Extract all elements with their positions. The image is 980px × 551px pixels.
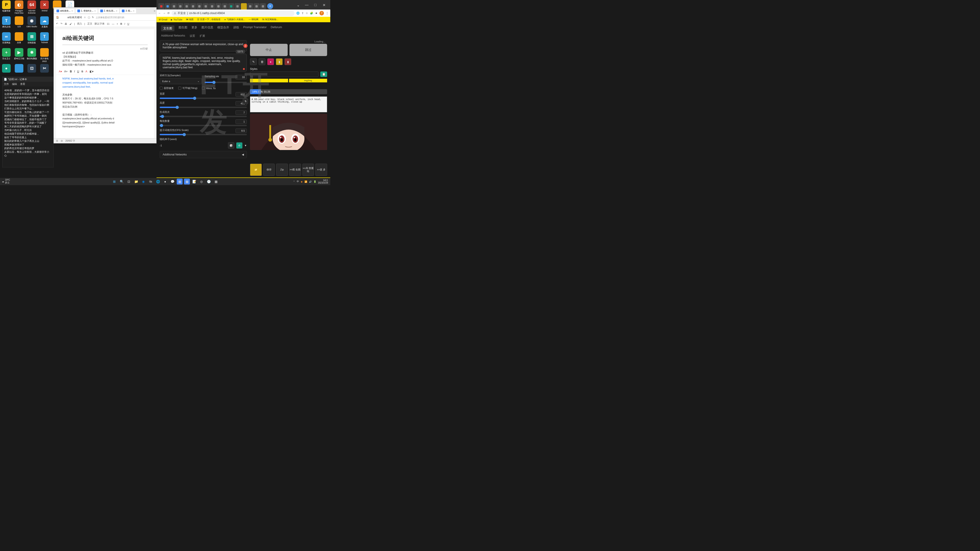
width-value[interactable]: 832 — [235, 92, 247, 97]
profile-icon[interactable]: 7 — [320, 11, 324, 16]
url-input[interactable]: ⚠ 不安全 | cn-hk-nf-1.natfrp.cloud:45604 — [172, 10, 294, 16]
sd-tab[interactable]: 训练 — [233, 25, 239, 31]
tiling-check[interactable]: 可平铺(Tiling) — [178, 86, 197, 90]
recycle-button[interactable]: ♻ — [236, 142, 242, 149]
prompt-textarea[interactable]: A 70-year-old Chinese woman with tense e… — [160, 40, 247, 51]
search-icon[interactable]: 🔍 — [119, 178, 124, 185]
seed-value[interactable]: -1 — [160, 144, 226, 147]
desktop-icon[interactable]: TToDesk — [38, 32, 51, 48]
star-icon[interactable]: ☆ — [84, 16, 86, 19]
notepad-menu-item[interactable]: 文件 — [4, 82, 9, 86]
doc-title-input[interactable]: ai绘画关键词 — [67, 16, 82, 19]
cfg-slider[interactable] — [160, 134, 247, 135]
sd-tab[interactable]: 模型合并 — [217, 25, 229, 31]
styles-dropdown[interactable] — [250, 72, 318, 77]
notepad-titlebar[interactable]: 📄 *说明.txt - 记事本 — [3, 77, 53, 82]
notepad-body[interactable]: 40年前，奶奶的一个梦，至今都历历在目 这是我奶奶经常和我说的一件事，直到 这个… — [3, 86, 53, 160]
browser-tab[interactable] — [215, 3, 221, 10]
sd-subtab[interactable]: 设置 — [190, 34, 195, 38]
bookmark-item[interactable]: MGmail — [159, 18, 167, 21]
bold2-icon[interactable]: B — [70, 69, 72, 74]
cfg-value[interactable]: 8.5 — [235, 129, 247, 133]
browser-tab[interactable] — [228, 3, 234, 10]
sd-tab[interactable]: 图片信息 — [202, 25, 213, 31]
browser-tab[interactable] — [247, 3, 253, 10]
tray-chevron-icon[interactable]: ⌃ — [293, 180, 295, 183]
italic-icon[interactable]: I — [124, 22, 125, 25]
width-slider[interactable] — [160, 97, 247, 99]
apply-style-button[interactable]: 📋 — [320, 72, 327, 77]
browser-tab[interactable] — [241, 3, 247, 10]
start-icon[interactable]: ⊞ — [111, 178, 117, 185]
desktop-icon[interactable]: 64AIDA64 Extreme — [25, 0, 38, 16]
output-button[interactable]: 📁 — [250, 164, 262, 176]
sd-subtab[interactable]: Additional Networks — [161, 34, 185, 38]
bookmark-item[interactable]: 🗺地图 — [186, 18, 194, 21]
app4-icon[interactable]: ◎ — [199, 178, 204, 185]
folder-move-icon[interactable]: ▢ — [88, 16, 90, 19]
browser-tab[interactable] — [158, 3, 164, 10]
sd-subtab[interactable]: 扩展 — [200, 34, 205, 38]
fontcolor-icon[interactable]: A▾ — [59, 69, 62, 74]
desktop-icon[interactable]: ⊞控制面板 — [25, 32, 38, 48]
hires-check[interactable]: Hires. fix — [202, 86, 216, 90]
desktop-icon[interactable]: ☁灵晨画 — [38, 16, 51, 32]
fontsize-input[interactable]: 11 — [107, 22, 110, 25]
steps-value[interactable]: 33 — [235, 75, 247, 80]
wechat-icon[interactable]: 💬 — [169, 178, 175, 185]
underline2-icon[interactable]: U — [77, 69, 79, 74]
sd-tab[interactable]: 更多 — [191, 25, 197, 31]
clock-icon[interactable]: 🕐 — [206, 178, 212, 185]
bold-icon[interactable]: B — [120, 22, 122, 25]
swap-dims-button[interactable]: ⇅ — [243, 99, 248, 104]
output-button[interactable]: >>更 多 — [315, 164, 327, 176]
fontsize-inc-icon[interactable]: A+ — [64, 69, 68, 74]
preview-image[interactable] — [250, 114, 327, 150]
bookmark-item[interactable]: ▶YouTube — [171, 18, 182, 21]
skip-button[interactable]: 跳过 — [290, 44, 327, 56]
desktop-icon[interactable]: +安全卫士 — [0, 48, 13, 64]
output-button[interactable]: 保存 — [263, 164, 275, 176]
doc-tab[interactable]: 1. 劳第4文...× — [76, 9, 97, 13]
bookmark-item[interactable]: 百百度一下，你就知道 — [197, 18, 221, 21]
browser-tab[interactable] — [190, 3, 196, 10]
sd-tab[interactable]: 文生图 — [161, 25, 175, 31]
steps-slider[interactable] — [205, 82, 247, 83]
store-icon[interactable]: 🛍 — [148, 178, 154, 185]
ime-icon[interactable]: 中 — [297, 180, 299, 183]
batchsize-value[interactable]: 1 — [235, 119, 247, 124]
share-icon[interactable]: ⇪ — [301, 11, 304, 15]
tray-app-icon[interactable]: ◆ — [301, 180, 302, 183]
output-button[interactable]: >>局 部重绘 — [302, 164, 314, 176]
app5-icon[interactable]: ▦ — [213, 178, 219, 185]
reload-icon[interactable]: ⟳ — [167, 11, 170, 15]
app2-icon[interactable]: ▦ — [177, 178, 183, 185]
close-alltabs-icon[interactable]: ✕ — [154, 10, 155, 12]
forward-icon[interactable]: → — [163, 11, 165, 15]
browser-tab[interactable] — [196, 3, 202, 10]
red-button[interactable]: ▮ — [285, 58, 291, 65]
desktop-icon[interactable]: ◉OBS Studio — [25, 16, 38, 32]
doc-tab[interactable]: ai绘画生...× — [55, 9, 75, 13]
notepad-menu-item[interactable]: 查看 — [20, 82, 25, 86]
face-restore-check[interactable]: 面部修复 — [160, 86, 174, 90]
battery-icon[interactable]: 🔋 — [313, 180, 316, 183]
italic2-icon[interactable]: I — [74, 69, 75, 74]
font-select[interactable]: 默认字体 — [95, 22, 105, 25]
taskview-icon[interactable]: ⊡ — [126, 178, 132, 185]
desktop-icon[interactable]: ▶爱奇艺万能 — [13, 48, 25, 64]
highlight-icon[interactable]: ◧▾ — [90, 69, 94, 74]
desktop-icon[interactable]: ❋微信电脑版 — [25, 48, 38, 64]
batchcount-slider[interactable] — [160, 116, 247, 117]
desktop-icon[interactable]: 四川省电 2022 — [38, 48, 51, 64]
batchsize-slider[interactable] — [160, 125, 247, 126]
browser-tab[interactable] — [222, 3, 228, 10]
edge-icon[interactable]: ◉ — [140, 178, 146, 185]
ruler-icon[interactable]: ⊟ — [61, 140, 63, 142]
yellow-tag2[interactable]: img2img — [289, 79, 327, 82]
desktop-icon[interactable]: ✕Xmind — [38, 0, 51, 16]
weather-widget[interactable]: ☁ 19°C 多云 — [2, 178, 10, 184]
dropdown-icon[interactable]: ⌄ — [295, 3, 301, 7]
explorer-icon[interactable]: 📁 — [133, 178, 139, 185]
yellow-tag1[interactable] — [250, 79, 288, 82]
